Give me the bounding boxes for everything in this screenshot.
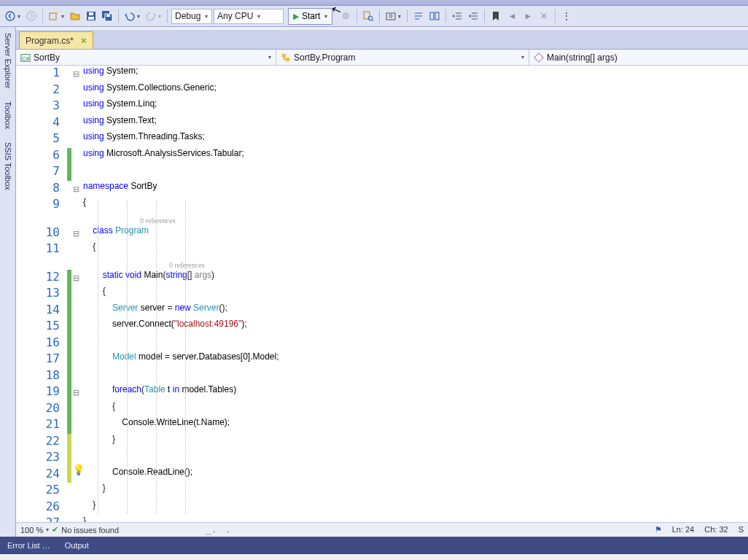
code-line[interactable]: 14 Server server = new Server(); <box>16 303 748 319</box>
code-line[interactable]: 1using System; <box>16 66 748 82</box>
save-all-button[interactable] <box>100 9 114 23</box>
fold-toggle <box>71 499 80 516</box>
navigation-bar: C# SortBy ▾ SortBy.Program ▾ Main(string… <box>16 50 748 66</box>
issues-label[interactable]: No issues found <box>61 526 119 534</box>
code-line[interactable]: 20 { <box>16 401 748 418</box>
splitter-handle-icon[interactable]: ⎯◂ ◂ <box>206 526 230 534</box>
fold-toggle[interactable] <box>71 181 80 198</box>
zoom-combo[interactable]: 100 % <box>20 526 43 534</box>
lightbulb-icon[interactable]: 💡 <box>72 464 85 475</box>
fold-toggle <box>71 434 80 451</box>
line-number: 17 <box>16 351 67 368</box>
redo-button[interactable] <box>144 9 158 23</box>
fold-toggle <box>71 335 80 352</box>
nav-back-dropdown[interactable]: ▾ <box>17 13 20 20</box>
fold-toggle[interactable] <box>71 270 80 287</box>
side-tab-toolbox[interactable]: Toolbox <box>2 98 14 132</box>
code-editor[interactable]: 1using System;2using System.Collections.… <box>16 66 748 522</box>
play-icon: ▶ <box>293 12 299 21</box>
code-line[interactable]: 17 Model model = server.Databases[0].Mod… <box>16 351 748 368</box>
svg-text:C#: C# <box>22 55 30 61</box>
document-tab-active[interactable]: Program.cs* × <box>19 31 93 49</box>
line-number: 10 <box>16 225 67 242</box>
code-line[interactable]: 15 server.Connect("localhost:49196"); <box>16 319 748 335</box>
output-tab[interactable]: Output <box>58 537 96 554</box>
outdent-button[interactable] <box>466 9 480 23</box>
fold-toggle[interactable] <box>71 66 80 82</box>
fold-toggle <box>71 82 80 99</box>
code-line[interactable]: 11 { <box>16 241 748 258</box>
fold-toggle <box>71 98 80 115</box>
close-icon[interactable]: × <box>81 35 87 46</box>
class-combo[interactable]: SortBy.Program ▾ <box>276 50 529 65</box>
code-line[interactable]: 16 <box>16 335 748 352</box>
svg-rect-18 <box>435 12 439 20</box>
csharp-project-icon: C# <box>20 52 31 63</box>
editor-status-bar: 100 % ▾ ✔ No issues found ⎯◂ ◂ ⚑ Ln: 24 … <box>16 522 748 537</box>
error-list-tab[interactable]: Error List … <box>0 537 58 554</box>
clear-bookmarks-button[interactable]: ✕ <box>537 9 551 23</box>
fold-toggle[interactable] <box>71 384 80 401</box>
code-line[interactable]: 21 Console.WriteLine(t.Name); <box>16 417 748 434</box>
start-button[interactable]: ▶Start▾ <box>288 8 332 25</box>
prev-bookmark-button[interactable]: ◄ <box>504 9 519 23</box>
code-line[interactable]: 18 <box>16 368 748 385</box>
line-number: 26 <box>16 499 67 516</box>
screenshot-button[interactable] <box>383 9 398 23</box>
project-combo[interactable]: C# SortBy ▾ <box>16 50 276 65</box>
code-line[interactable]: 26 } <box>16 499 748 516</box>
fold-toggle[interactable] <box>71 225 80 242</box>
code-line[interactable]: 5using System.Threading.Tasks; <box>16 131 748 148</box>
next-bookmark-button[interactable]: ► <box>521 9 535 23</box>
line-number: 24 <box>16 467 67 483</box>
code-line[interactable]: 24 Console.ReadLine(); <box>16 467 748 483</box>
comment-button[interactable] <box>411 9 426 23</box>
code-line[interactable]: 9{ <box>16 197 748 214</box>
new-project-dropdown[interactable]: ▾ <box>61 13 64 20</box>
side-tab-well: Server Explorer Toolbox SSIS Toolbox <box>0 27 16 537</box>
uncomment-button[interactable] <box>427 9 442 23</box>
code-line[interactable]: 3using System.Linq; <box>16 98 748 115</box>
redo-dropdown[interactable]: ▾ <box>158 13 161 20</box>
code-line[interactable]: 8namespace SortBy <box>16 181 748 198</box>
nav-fwd-button[interactable] <box>24 9 39 23</box>
codelens-class_refs[interactable]: 0 references <box>140 217 176 225</box>
attach-button[interactable]: ⚙ <box>338 9 353 23</box>
indent-button[interactable] <box>450 9 464 23</box>
code-line[interactable]: 6using Microsoft.AnalysisServices.Tabula… <box>16 148 748 165</box>
code-line[interactable]: 25 } <box>16 483 748 499</box>
code-line[interactable]: 19 foreach(Table t in model.Tables) <box>16 384 748 401</box>
save-button[interactable] <box>84 9 98 23</box>
open-file-button[interactable] <box>68 9 82 23</box>
member-combo[interactable]: Main(string[] args) <box>529 50 748 65</box>
toolbar-overflow-button[interactable]: ⋮ <box>559 9 574 23</box>
screenshot-dropdown[interactable]: ▾ <box>398 13 401 20</box>
find-in-files-button[interactable] <box>361 9 375 23</box>
code-line[interactable]: 7 <box>16 164 748 181</box>
codelens-method_refs[interactable]: 0 references <box>169 261 205 269</box>
code-line[interactable]: 23 <box>16 450 748 467</box>
side-tab-ssis-toolbox[interactable]: SSIS Toolbox <box>2 139 14 193</box>
svg-point-13 <box>389 15 392 18</box>
nav-back-button[interactable] <box>3 9 17 23</box>
undo-button[interactable] <box>122 9 137 23</box>
code-line[interactable]: 12 static void Main(string[] args) <box>16 270 748 287</box>
svg-rect-31 <box>534 52 543 61</box>
flag-icon[interactable]: ⚑ <box>655 525 662 534</box>
new-project-button[interactable] <box>47 9 61 23</box>
bookmark-button[interactable] <box>488 9 503 23</box>
code-line[interactable]: 4using System.Text; <box>16 115 748 132</box>
side-tab-server-explorer[interactable]: Server Explorer <box>2 30 14 91</box>
fold-toggle <box>71 131 80 148</box>
line-number: 2 <box>16 82 67 99</box>
code-line[interactable]: 2using System.Collections.Generic; <box>16 82 748 99</box>
svg-rect-4 <box>89 12 93 15</box>
undo-dropdown[interactable]: ▾ <box>137 13 140 20</box>
line-number: 3 <box>16 98 67 115</box>
config-combo[interactable]: Debug▾ <box>171 9 212 24</box>
code-line[interactable]: 22 } <box>16 434 748 451</box>
line-indicator: Ln: 24 <box>672 525 695 534</box>
platform-combo[interactable]: Any CPU▾ <box>214 9 284 24</box>
code-line[interactable]: 10 class Program <box>16 225 748 242</box>
code-line[interactable]: 13 { <box>16 286 748 303</box>
